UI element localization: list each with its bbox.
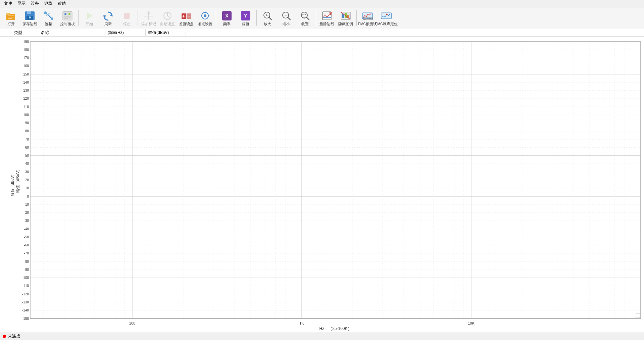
- separator-6: [356, 10, 357, 26]
- refresh-label: 刷新: [104, 22, 112, 26]
- menu-patrol[interactable]: 巡线: [42, 0, 55, 7]
- svg-text:幅值（dBuV）: 幅值（dBuV）: [15, 167, 20, 193]
- svg-point-11: [44, 11, 47, 14]
- col-frequency: 频率(Hz): [105, 29, 146, 36]
- svg-text:60: 60: [25, 146, 29, 149]
- svg-rect-2: [8, 15, 14, 16]
- col-check: [1, 32, 11, 34]
- amplitude-label: 幅值: [242, 22, 249, 26]
- svg-point-17: [68, 13, 70, 15]
- svg-line-29: [167, 16, 169, 17]
- chart-area[interactable]: 1901801701601501401301201101009080706050…: [15, 37, 644, 332]
- svg-rect-63: [381, 13, 391, 19]
- svg-text:120: 120: [23, 97, 29, 100]
- svg-point-64: [386, 13, 388, 15]
- add-mark-button[interactable]: 添加标记: [140, 9, 158, 28]
- svg-rect-4: [8, 18, 12, 19]
- amplitude-button[interactable]: Y 幅值: [237, 9, 255, 28]
- connect-button[interactable]: 连接: [40, 9, 58, 28]
- svg-rect-6: [27, 11, 31, 14]
- connection-indicator: [3, 335, 6, 338]
- svg-text:-20: -20: [24, 211, 29, 214]
- smooth-edge-label: 删除边线: [319, 22, 334, 26]
- diff-read-button[interactable]: 差值读点: [177, 9, 195, 28]
- svg-rect-23: [124, 13, 130, 19]
- stop-button[interactable]: 停止: [118, 9, 136, 28]
- start-button[interactable]: 开始: [80, 9, 98, 28]
- collect-label: 收置: [301, 22, 309, 26]
- frequency-icon: X: [222, 11, 232, 20]
- svg-text:190: 190: [23, 40, 29, 44]
- svg-text:-60: -60: [24, 243, 29, 247]
- control-panel-button[interactable]: 控制面板: [58, 9, 77, 28]
- menu-file[interactable]: 文件: [1, 0, 15, 7]
- svg-text:-140: -140: [22, 308, 29, 312]
- hide-diagram-button[interactable]: 隐藏图例: [337, 9, 355, 28]
- svg-text:EMC预测试: EMC预测试: [363, 18, 373, 20]
- svg-text:10K: 10K: [468, 321, 475, 325]
- collect-button[interactable]: 收置: [296, 9, 314, 28]
- svg-text:-70: -70: [24, 251, 29, 255]
- svg-text:20: 20: [25, 178, 29, 182]
- y-axis-label: 幅值（dBuV）: [10, 173, 15, 196]
- read-settings-button[interactable]: 读点设置: [196, 9, 214, 28]
- start-label: 开始: [86, 22, 93, 26]
- svg-text:130: 130: [23, 89, 29, 92]
- svg-rect-51: [323, 12, 331, 20]
- svg-text:160: 160: [23, 64, 29, 68]
- menu-display[interactable]: 显示: [15, 0, 28, 7]
- separator-2: [138, 10, 138, 26]
- svg-text:-100: -100: [22, 276, 29, 280]
- svg-rect-18: [64, 16, 71, 17]
- col-amplitude: 幅值(dBuV): [146, 29, 186, 36]
- svg-text:-110: -110: [22, 284, 29, 288]
- menubar: 文件 显示 设备 巡线 帮助: [0, 0, 644, 7]
- menu-device[interactable]: 设备: [28, 0, 42, 7]
- svg-rect-3: [8, 17, 14, 17]
- zoom-in-button[interactable]: 放大: [258, 9, 277, 28]
- open-label: 打开: [7, 22, 15, 26]
- svg-text:-10: -10: [24, 203, 29, 206]
- zoom-out-button[interactable]: 缩小: [277, 9, 295, 28]
- emc-test-label: EMC预测试: [358, 22, 377, 26]
- svg-text:90: 90: [25, 121, 29, 125]
- svg-line-47: [288, 17, 290, 20]
- svg-text:150: 150: [23, 72, 29, 76]
- svg-point-12: [51, 17, 53, 20]
- svg-rect-1: [6, 13, 10, 15]
- open-button[interactable]: 打开: [2, 9, 20, 28]
- y-axis: 幅值（dBuV）: [0, 37, 15, 332]
- control-panel-label: 控制面板: [60, 22, 75, 26]
- save-connect-button[interactable]: 保存边线: [21, 9, 39, 28]
- col-type: 类型: [11, 29, 38, 36]
- svg-text:50: 50: [25, 154, 29, 157]
- svg-point-36: [204, 14, 206, 17]
- smooth-edge-button[interactable]: 删除边线: [318, 9, 336, 28]
- svg-text:70: 70: [25, 138, 29, 141]
- statusbar: 未连接: [0, 332, 644, 340]
- noise-locate-label: EMC噪声定位: [375, 22, 397, 26]
- separator-4: [256, 10, 257, 26]
- noise-locate-button[interactable]: EMC噪声定位: [377, 9, 395, 28]
- svg-text:1K: 1K: [299, 321, 304, 325]
- refresh-button[interactable]: 刷新: [99, 9, 117, 28]
- col-name: 名称: [38, 29, 105, 36]
- auto-read-button[interactable]: 自动读点: [158, 9, 177, 28]
- svg-text:0: 0: [27, 195, 29, 198]
- svg-text:Hz　（25-100K）: Hz （25-100K）: [319, 326, 351, 331]
- svg-text:-120: -120: [22, 292, 29, 296]
- zoom-in-label: 放大: [264, 22, 271, 26]
- svg-text:110: 110: [23, 105, 29, 109]
- svg-text:-30: -30: [24, 219, 29, 223]
- save-connect-label: 保存边线: [22, 22, 37, 26]
- frequency-label: 频率: [223, 22, 231, 26]
- read-settings-label: 读点设置: [198, 22, 212, 26]
- diff-read-label: 差值读点: [179, 22, 194, 26]
- svg-line-44: [269, 17, 271, 20]
- menu-help[interactable]: 帮助: [55, 0, 68, 7]
- svg-point-16: [64, 13, 66, 15]
- svg-text:80: 80: [25, 129, 29, 133]
- svg-text:170: 170: [23, 56, 29, 60]
- frequency-button[interactable]: X 频率: [218, 9, 236, 28]
- emc-test-button[interactable]: EMC预测试 EMC预测试: [358, 9, 377, 28]
